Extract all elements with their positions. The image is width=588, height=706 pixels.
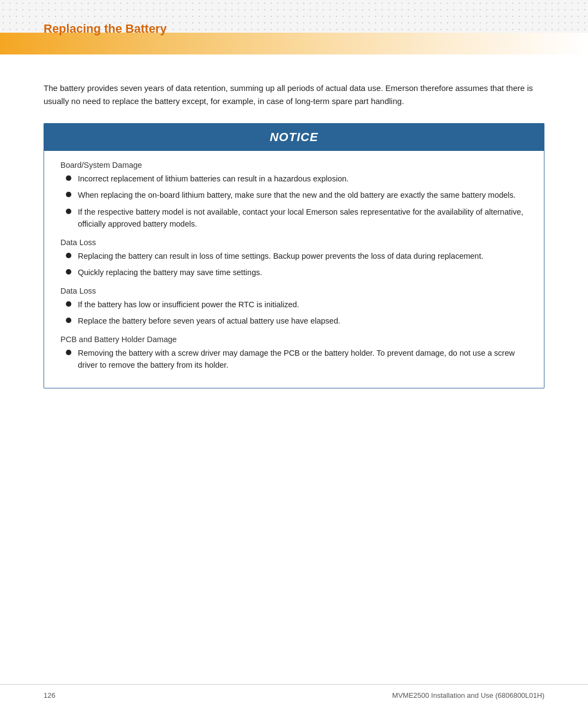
section-list-3: If the battery has low or insufficient p… — [60, 299, 528, 327]
main-content: The battery provides seven years of data… — [0, 65, 588, 388]
list-item: Replace the battery before seven years o… — [60, 315, 528, 327]
section-title-1: Board/System Damage — [60, 161, 528, 169]
bullet-icon — [66, 301, 71, 307]
list-item: Incorrect replacement of lithium batteri… — [60, 173, 528, 185]
bullet-icon — [66, 175, 71, 181]
list-item: When replacing the on-board lithium batt… — [60, 189, 528, 201]
header-title-bar — [0, 33, 588, 54]
bullet-icon — [66, 318, 71, 323]
section-title-4: PCB and Battery Holder Damage — [60, 335, 528, 344]
list-item: Quickly replacing the battery may save t… — [60, 266, 528, 278]
notice-header: NOTICE — [44, 124, 544, 151]
list-item: If the battery has low or insufficient p… — [60, 299, 528, 311]
section-list-1: Incorrect replacement of lithium batteri… — [60, 173, 528, 230]
list-item-text: Removing the battery with a screw driver… — [78, 347, 528, 372]
section-list-2: Replacing the battery can result in loss… — [60, 250, 528, 279]
list-item-text: If the respective battery model is not a… — [78, 206, 528, 230]
list-item-text: Quickly replacing the battery may save t… — [78, 266, 528, 278]
notice-box: NOTICE Board/System Damage Incorrect rep… — [44, 123, 544, 388]
notice-body: Board/System Damage Incorrect replacemen… — [44, 151, 544, 388]
list-item-text: Incorrect replacement of lithium batteri… — [78, 173, 528, 185]
notice-header-text: NOTICE — [270, 130, 318, 144]
list-item: Replacing the battery can result in loss… — [60, 250, 528, 262]
bullet-icon — [66, 350, 71, 355]
bullet-icon — [66, 209, 71, 214]
list-item: Removing the battery with a screw driver… — [60, 347, 528, 372]
intro-paragraph: The battery provides seven years of data… — [44, 82, 544, 108]
page-title: Replacing the Battery — [44, 22, 167, 36]
list-item: If the respective battery model is not a… — [60, 206, 528, 230]
section-title-2: Data Loss — [60, 238, 528, 247]
bullet-icon — [66, 192, 71, 197]
list-item-text: If the battery has low or insufficient p… — [78, 299, 528, 311]
footer-page-number: 126 — [44, 691, 56, 699]
section-title-3: Data Loss — [60, 287, 528, 295]
section-list-4: Removing the battery with a screw driver… — [60, 347, 528, 372]
list-item-text: Replace the battery before seven years o… — [78, 315, 528, 327]
list-item-text: When replacing the on-board lithium batt… — [78, 189, 528, 201]
page-footer: 126 MVME2500 Installation and Use (68068… — [0, 684, 588, 706]
bullet-icon — [66, 269, 71, 275]
list-item-text: Replacing the battery can result in loss… — [78, 250, 528, 262]
bullet-icon — [66, 253, 71, 258]
footer-document-title: MVME2500 Installation and Use (6806800L0… — [392, 691, 544, 699]
